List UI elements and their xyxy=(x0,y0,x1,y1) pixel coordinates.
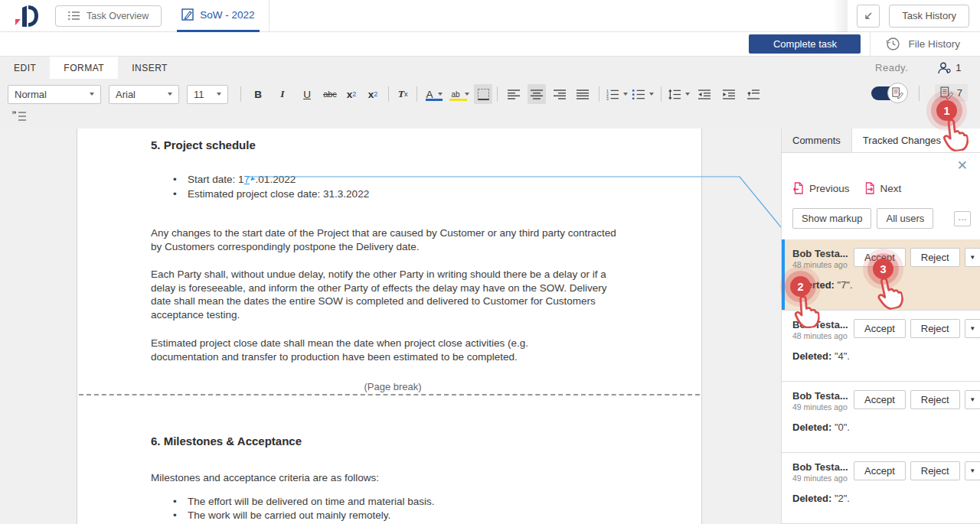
change-action: Deleted: xyxy=(792,493,831,504)
close-panel-button[interactable]: ✕ xyxy=(957,159,968,172)
decrease-indent-button[interactable] xyxy=(695,84,714,104)
file-history-button[interactable]: File History xyxy=(886,37,960,51)
tracked-change-card[interactable]: Bob Testa... 49 minutes ago Accept Rejec… xyxy=(782,382,980,453)
borders-button[interactable] xyxy=(474,84,492,104)
doc-arrow-left-icon xyxy=(792,182,804,194)
accept-button[interactable]: Accept xyxy=(854,461,906,480)
active-users: 1 xyxy=(937,62,962,74)
bullet-list-icon xyxy=(632,89,645,100)
change-options-dropdown[interactable]: ▼ xyxy=(965,461,980,480)
align-right-icon xyxy=(554,90,566,99)
complete-task-button[interactable]: Complete task xyxy=(749,34,861,54)
change-timestamp: 49 minutes ago xyxy=(792,474,854,483)
task-history-button[interactable]: Task History xyxy=(889,5,969,28)
strikethrough-button[interactable]: abc xyxy=(321,84,339,104)
changes-list: Bob Testa... 48 minutes ago Accept Rejec… xyxy=(782,239,980,524)
change-options-dropdown[interactable]: ▼ xyxy=(965,319,980,338)
change-author: Bob Testa... xyxy=(792,461,854,473)
change-timestamp: 48 minutes ago xyxy=(792,260,854,269)
tracked-changes-toggle[interactable] xyxy=(871,86,902,100)
show-markup-dropdown[interactable]: Show markup xyxy=(792,208,871,229)
page-break-label: (Page break) xyxy=(151,380,635,394)
accept-button[interactable]: Accept xyxy=(854,319,906,338)
reject-button[interactable]: Reject xyxy=(910,390,960,409)
superscript-button[interactable]: x2 xyxy=(342,84,361,104)
complete-task-label: Complete task xyxy=(773,38,837,50)
reject-button[interactable]: Reject xyxy=(910,248,960,267)
bullet-list-button[interactable] xyxy=(630,84,656,104)
previous-change-button[interactable]: Previous xyxy=(792,182,850,194)
tab-tracked-changes[interactable]: Tracked Changes xyxy=(852,129,952,152)
history-clock-icon xyxy=(886,37,900,51)
align-center-button[interactable] xyxy=(528,84,546,104)
collapse-icon xyxy=(863,11,874,21)
chevron-down-icon xyxy=(649,93,654,96)
menu-tab-edit[interactable]: EDIT xyxy=(0,57,50,79)
paragraph-style-select[interactable]: Normal xyxy=(8,85,101,104)
tracked-changes-panel: Comments Tracked Changes ✕ Previous Next… xyxy=(781,129,980,524)
start-date-prefix: Start date: 1 xyxy=(188,174,244,185)
menu-bar: EDIT FORMAT INSERT Ready. 1 xyxy=(0,57,980,79)
section-6-heading: 6. Milestones & Acceptance xyxy=(151,434,635,448)
increase-indent-button[interactable] xyxy=(720,84,738,104)
menu-tab-format[interactable]: FORMAT xyxy=(50,57,118,79)
change-options-dropdown[interactable]: ▼ xyxy=(965,390,980,409)
change-options-dropdown[interactable]: ▼ xyxy=(965,248,980,267)
reject-button[interactable]: Reject xyxy=(910,319,960,338)
italic-icon: I xyxy=(280,88,284,100)
align-left-button[interactable] xyxy=(505,84,523,104)
change-action: Inserted: xyxy=(792,279,835,291)
font-color-button[interactable]: A xyxy=(422,84,446,104)
list-item: Estimated project close date: 31.3.2022 xyxy=(151,187,635,201)
panel-tabs: Comments Tracked Changes xyxy=(782,129,980,153)
italic-button[interactable]: I xyxy=(273,84,292,104)
hanging-indent-button[interactable] xyxy=(744,84,763,104)
tab-comments[interactable]: Comments xyxy=(782,129,852,152)
strikethrough-icon: abc xyxy=(323,90,337,99)
tracked-changes-counter-button[interactable]: 7 xyxy=(935,84,968,102)
task-overview-button[interactable]: Task Overview xyxy=(55,5,162,27)
list-item: Start date: 17➤.01.2022 xyxy=(151,173,635,187)
clear-formatting-button[interactable]: Tx xyxy=(394,84,412,104)
line-spacing-button[interactable] xyxy=(666,84,692,104)
reject-button[interactable]: Reject xyxy=(910,461,960,480)
justify-button[interactable] xyxy=(573,84,592,104)
highlight-color-button[interactable]: ab xyxy=(446,84,474,104)
accept-button[interactable]: Accept xyxy=(854,248,906,267)
first-line-indent-icon[interactable] xyxy=(12,111,26,122)
collapse-panel-button[interactable] xyxy=(857,5,880,28)
tracked-change-card[interactable]: Bob Testa... 48 minutes ago Accept Rejec… xyxy=(782,311,980,382)
tracked-change-card[interactable]: Bob Testa... 48 minutes ago Accept Rejec… xyxy=(782,239,980,311)
action-bar: Complete task File History xyxy=(0,32,980,57)
subscript-button[interactable]: x2 xyxy=(364,84,382,104)
top-bar: Task Overview SoW - 2022 Task History xyxy=(0,0,980,32)
more-options-button[interactable]: ... xyxy=(954,211,971,226)
clear-formatting-icon: T xyxy=(398,88,404,100)
all-users-dropdown[interactable]: All users xyxy=(877,208,933,229)
menu-tab-insert[interactable]: INSERT xyxy=(118,57,181,79)
tab-sow-2022[interactable]: SoW - 2022 xyxy=(177,0,259,32)
font-family-select[interactable]: Arial xyxy=(109,85,179,104)
tracked-change-card[interactable]: Bob Testa... 49 minutes ago Accept Rejec… xyxy=(782,453,980,524)
underline-button[interactable]: U xyxy=(298,84,316,104)
next-change-button[interactable]: Next xyxy=(864,182,902,194)
user-icon xyxy=(937,62,951,74)
toolbar-separator xyxy=(240,86,241,102)
previous-label: Previous xyxy=(809,183,850,194)
accept-button[interactable]: Accept xyxy=(854,390,906,409)
list-item: The effort will be delivered on time and… xyxy=(151,495,635,509)
numbered-list-button[interactable]: 123 xyxy=(604,84,630,104)
change-timestamp: 49 minutes ago xyxy=(792,402,854,412)
bold-button[interactable]: B xyxy=(249,84,267,104)
highlight-icon: ab xyxy=(451,90,459,99)
font-size-select[interactable]: 11 xyxy=(187,85,228,104)
document-area: 5. Project schedule Start date: 17➤.01.2… xyxy=(0,129,781,524)
subscript-icon: x xyxy=(368,89,374,100)
align-right-button[interactable] xyxy=(550,84,569,104)
highlight-swatch xyxy=(449,99,467,101)
actionbar-divider xyxy=(870,32,871,57)
page-break-divider xyxy=(79,394,700,395)
change-author: Bob Testa... xyxy=(792,248,854,259)
document-page[interactable]: 5. Project schedule Start date: 17➤.01.2… xyxy=(77,129,702,524)
subscript-mark: 2 xyxy=(374,90,377,98)
